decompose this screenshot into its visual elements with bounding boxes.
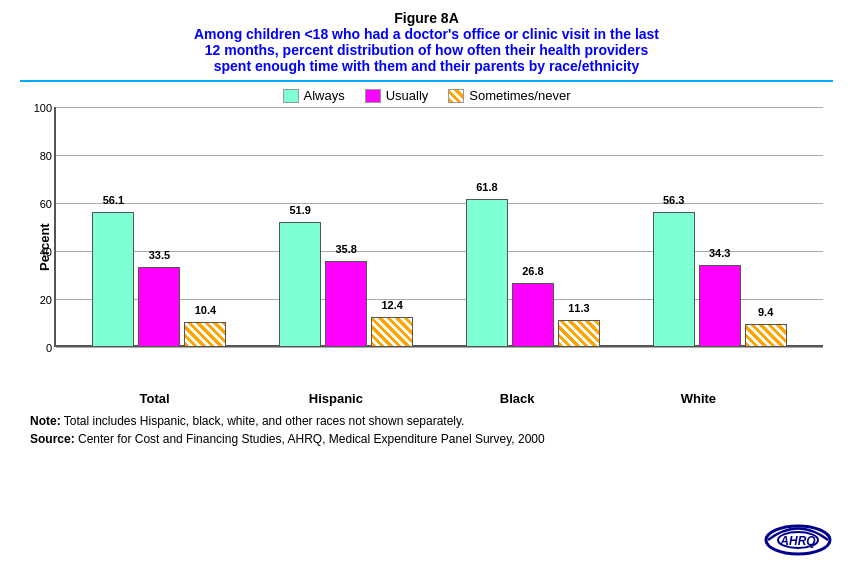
bar-value-sometimes-1: 12.4 <box>381 299 402 311</box>
x-axis-label: White <box>633 391 763 406</box>
x-labels: TotalHispanicBlackWhite <box>20 387 833 406</box>
sometimes-icon <box>448 89 464 103</box>
bar-group: 51.935.812.4 <box>279 222 413 347</box>
figure-subtitle-1: Among children <18 who had a doctor's of… <box>20 26 833 42</box>
bar-fill-sometimes <box>558 320 600 347</box>
bar-value-sometimes-2: 11.3 <box>568 302 589 314</box>
bar-group: 56.334.39.4 <box>653 212 787 347</box>
bar-value-always-3: 56.3 <box>663 194 684 206</box>
y-tick-label: 60 <box>40 198 52 210</box>
bar-fill-sometimes <box>745 324 787 347</box>
bar-fill-always <box>279 222 321 347</box>
bar-group: 61.826.811.3 <box>466 199 600 347</box>
title-section: Figure 8A Among children <18 who had a d… <box>20 10 833 74</box>
figure-subtitle-3: spent enough time with them and their pa… <box>20 58 833 74</box>
ahrq-logo-svg: AHRQ <box>763 512 833 557</box>
always-label: Always <box>304 88 345 103</box>
source-text: Center for Cost and Financing Studies, A… <box>75 432 545 446</box>
bar-sometimes-0: 10.4 <box>184 322 226 347</box>
bar-usually-2: 26.8 <box>512 283 554 347</box>
notes-section: Note: Total includes Hispanic, black, wh… <box>20 414 833 446</box>
note-text: Total includes Hispanic, black, white, a… <box>61 414 465 428</box>
bar-usually-3: 34.3 <box>699 265 741 347</box>
source-line: Source: Center for Cost and Financing St… <box>30 432 823 446</box>
always-icon <box>283 89 299 103</box>
x-axis-label: Black <box>452 391 582 406</box>
bars-container: 56.133.510.451.935.812.461.826.811.356.3… <box>56 107 823 347</box>
grid-line: 0 <box>56 347 823 348</box>
bar-sometimes-1: 12.4 <box>371 317 413 347</box>
bar-value-sometimes-3: 9.4 <box>758 306 773 318</box>
y-tick-label: 20 <box>40 294 52 306</box>
bar-fill-usually <box>699 265 741 347</box>
bar-fill-usually <box>138 267 180 347</box>
bar-value-sometimes-0: 10.4 <box>195 304 216 316</box>
bar-value-always-0: 56.1 <box>103 194 124 206</box>
bar-fill-usually <box>325 261 367 347</box>
bar-sometimes-3: 9.4 <box>745 324 787 347</box>
bar-always-2: 61.8 <box>466 199 508 347</box>
bar-fill-always <box>653 212 695 347</box>
ahrq-logo: AHRQ <box>763 512 833 557</box>
sometimes-label: Sometimes/never <box>469 88 570 103</box>
bar-fill-always <box>92 212 134 347</box>
bar-value-usually-0: 33.5 <box>149 249 170 261</box>
bar-always-3: 56.3 <box>653 212 695 347</box>
bar-fill-sometimes <box>184 322 226 347</box>
y-tick-label: 40 <box>40 246 52 258</box>
svg-text:AHRQ: AHRQ <box>779 534 816 548</box>
legend-usually: Usually <box>365 88 429 103</box>
x-axis-label: Total <box>90 391 220 406</box>
bar-group: 56.133.510.4 <box>92 212 226 347</box>
page: Figure 8A Among children <18 who had a d… <box>0 0 853 569</box>
y-tick-label: 80 <box>40 150 52 162</box>
bar-fill-sometimes <box>371 317 413 347</box>
bar-fill-always <box>466 199 508 347</box>
legend-always: Always <box>283 88 345 103</box>
bar-value-usually-2: 26.8 <box>522 265 543 277</box>
figure-title: Figure 8A <box>20 10 833 26</box>
bar-value-always-1: 51.9 <box>289 204 310 216</box>
legend-sometimes: Sometimes/never <box>448 88 570 103</box>
bar-value-always-2: 61.8 <box>476 181 497 193</box>
bar-sometimes-2: 11.3 <box>558 320 600 347</box>
y-tick-label: 100 <box>34 102 52 114</box>
y-tick-label: 0 <box>46 342 52 354</box>
note-line: Note: Total includes Hispanic, black, wh… <box>30 414 823 428</box>
figure-subtitle-2: 12 months, percent distribution of how o… <box>20 42 833 58</box>
title-divider <box>20 80 833 82</box>
chart-inner: 02040608010056.133.510.451.935.812.461.8… <box>54 107 823 347</box>
bar-usually-1: 35.8 <box>325 261 367 347</box>
x-axis-label: Hispanic <box>271 391 401 406</box>
source-label: Source: <box>30 432 75 446</box>
bar-fill-usually <box>512 283 554 347</box>
bar-value-usually-3: 34.3 <box>709 247 730 259</box>
legend: Always Usually Sometimes/never <box>20 88 833 103</box>
bar-always-0: 56.1 <box>92 212 134 347</box>
usually-icon <box>365 89 381 103</box>
note-label: Note: <box>30 414 61 428</box>
bar-value-usually-1: 35.8 <box>335 243 356 255</box>
chart-area: Percent 02040608010056.133.510.451.935.8… <box>30 107 823 387</box>
bar-always-1: 51.9 <box>279 222 321 347</box>
usually-label: Usually <box>386 88 429 103</box>
bar-usually-0: 33.5 <box>138 267 180 347</box>
